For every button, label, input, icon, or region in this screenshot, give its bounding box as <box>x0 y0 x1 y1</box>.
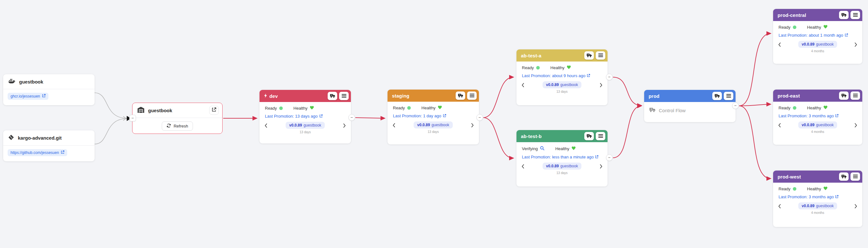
stage-menu-button[interactable] <box>850 172 860 181</box>
stage-header: ab-test-b <box>517 130 608 142</box>
freight-warehouse-label: guestbook <box>304 123 321 128</box>
ready-dot-icon <box>793 26 796 29</box>
freight-timeline-button[interactable] <box>712 92 722 100</box>
freight-chip[interactable]: v0.0.89 guestbook <box>542 163 582 170</box>
hamburger-icon <box>726 93 731 99</box>
repo-card-header: kargo-advanced.git <box>3 130 95 146</box>
last-promotion-link[interactable]: Last Promotion: 1 day ago <box>388 110 479 118</box>
freight-prev-button[interactable] <box>520 82 526 89</box>
collapse-button-ab-test-b-right[interactable]: − <box>606 154 613 161</box>
truck-icon <box>587 53 592 58</box>
freight-version: v0.0.89 <box>289 123 302 128</box>
stage-menu-button[interactable] <box>596 51 605 60</box>
stage-title: prod-central <box>778 12 806 18</box>
freight-next-button[interactable] <box>341 122 348 130</box>
freight-timeline-button[interactable] <box>839 172 848 181</box>
freight-timeline-button[interactable] <box>456 91 465 100</box>
last-promotion-link[interactable]: Last Promotion: 3 months ago <box>773 110 862 118</box>
stage-node-prod-east[interactable]: prod-east Ready Healthy Last Promotion: … <box>773 89 862 145</box>
control-flow-label: Control Flow <box>659 108 686 113</box>
stage-menu-button[interactable] <box>850 11 860 19</box>
truck-icon <box>330 93 335 99</box>
truck-icon <box>715 93 720 99</box>
freight-timeline-button[interactable] <box>839 11 848 19</box>
refresh-button[interactable]: Refresh <box>162 121 193 131</box>
warehouse-open-button[interactable] <box>209 106 219 115</box>
freight-timeline-button[interactable] <box>839 91 848 100</box>
stage-menu-button[interactable] <box>850 91 860 100</box>
edge-dev-to-staging <box>355 118 385 118</box>
repo-link-chip[interactable]: https://github.com/jessesuen <box>8 149 67 156</box>
docker-icon <box>8 78 15 85</box>
freight-version: v0.0.89 <box>802 123 814 127</box>
freight-next-button[interactable] <box>598 163 604 171</box>
stage-phase-label: Ready <box>778 25 790 30</box>
last-promotion-link[interactable]: Last Promotion: about 9 hours ago <box>517 70 608 78</box>
stage-node-ab-test-a[interactable]: ab-test-a Ready Healthy Last Promotion: … <box>517 49 608 105</box>
last-promotion-link[interactable]: Last Promotion: about 1 month ago <box>773 30 862 37</box>
freight-version: v0.0.89 <box>802 42 814 47</box>
freight-prev-button[interactable] <box>391 122 397 130</box>
edge-git-repo-to-warehouse <box>95 118 127 144</box>
last-promotion-link[interactable]: Last Promotion: less than a minute ago <box>517 151 608 159</box>
freight-prev-button[interactable] <box>520 163 526 171</box>
freight-chip[interactable]: v0.0.89 guestbook <box>798 121 837 129</box>
stage-title: prod-east <box>778 93 800 99</box>
repo-title: kargo-advanced.git <box>18 135 62 141</box>
freight-chip[interactable]: v0.0.89 guestbook <box>286 122 324 129</box>
collapse-button-prod-right[interactable]: − <box>732 102 739 109</box>
edge-guestbook-repo-to-warehouse <box>95 93 127 118</box>
repo-link-chip[interactable]: ghcr.io/jessesuen <box>8 93 49 100</box>
repo-title: guestbook <box>19 79 43 84</box>
external-link-icon <box>845 33 848 37</box>
freight-prev-button[interactable] <box>263 122 269 130</box>
external-link-icon <box>319 114 322 118</box>
truck-icon <box>841 12 847 18</box>
ready-dot-icon <box>793 187 796 191</box>
stage-node-prod-central[interactable]: prod-central Ready Healthy Last Promotio… <box>773 9 862 64</box>
heart-icon <box>824 25 828 30</box>
last-promotion-link[interactable]: Last Promotion: 3 months ago <box>773 191 862 199</box>
stage-health-label: Healthy <box>807 187 821 191</box>
freight-chip[interactable]: v0.0.89 guestbook <box>542 81 582 88</box>
freight-age: 13 days <box>556 171 567 175</box>
stage-menu-button[interactable] <box>467 91 477 100</box>
hamburger-icon <box>598 134 603 139</box>
warehouse-node-guestbook[interactable]: guestbook Refresh <box>132 103 223 134</box>
freight-next-button[interactable] <box>469 122 476 130</box>
stage-menu-button[interactable] <box>724 92 733 100</box>
freight-next-button[interactable] <box>852 203 859 211</box>
collapse-button-ab-test-a-right[interactable]: − <box>606 74 613 80</box>
freight-timeline-button[interactable] <box>328 92 337 100</box>
freight-timeline-button[interactable] <box>584 132 594 140</box>
stage-menu-button[interactable] <box>339 92 349 100</box>
freight-next-button[interactable] <box>852 122 859 130</box>
hamburger-icon <box>853 174 858 180</box>
collapse-button-staging-right[interactable]: − <box>476 114 483 121</box>
freight-prev-button[interactable] <box>776 203 783 211</box>
collapse-button-warehouse-left[interactable]: − <box>129 115 136 121</box>
freight-prev-button[interactable] <box>776 42 783 49</box>
freight-chip[interactable]: v0.0.89 guestbook <box>414 121 453 129</box>
stage-phase-label: Ready <box>778 187 790 191</box>
stage-node-prod-west[interactable]: prod-west Ready Healthy Last Promotion: … <box>773 170 862 227</box>
stage-node-dev[interactable]: dev Ready Healthy Last Promotion: 13 day… <box>259 90 351 143</box>
freight-next-button[interactable] <box>598 82 604 89</box>
freight-next-button[interactable] <box>852 42 859 49</box>
freight-warehouse-label: guestbook <box>560 164 578 168</box>
edge-staging-to-ab-test-b <box>483 118 513 158</box>
stage-menu-button[interactable] <box>596 132 605 140</box>
freight-chip[interactable]: v0.0.89 guestbook <box>798 41 837 48</box>
repo-card-kargo-advanced[interactable]: kargo-advanced.git https://github.com/je… <box>3 130 95 161</box>
freight-prev-button[interactable] <box>776 122 783 130</box>
last-promotion-link[interactable]: Last Promotion: 13 days ago <box>259 111 351 118</box>
stage-node-ab-test-b[interactable]: ab-test-b Verifying Healthy Last Promoti… <box>517 130 608 187</box>
collapse-button-dev-right[interactable]: − <box>348 114 355 121</box>
freight-timeline-button[interactable] <box>584 51 594 60</box>
repo-card-header: guestbook <box>3 74 95 89</box>
freight-chip[interactable]: v0.0.89 guestbook <box>798 202 837 210</box>
stage-node-prod[interactable]: prod Control Flow <box>644 90 736 122</box>
ready-dot-icon <box>793 106 796 110</box>
stage-node-staging[interactable]: staging Ready Healthy Last Promotion: 1 … <box>388 89 479 144</box>
repo-card-guestbook[interactable]: guestbook ghcr.io/jessesuen <box>3 74 95 105</box>
